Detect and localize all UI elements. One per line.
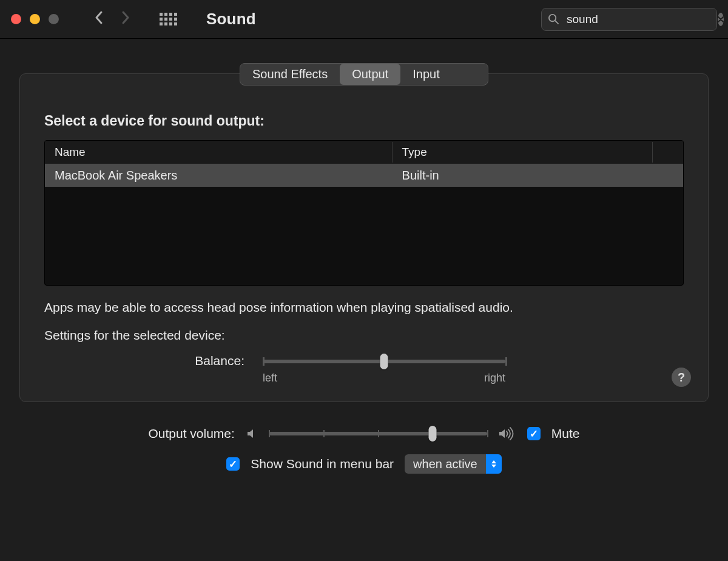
window-zoom-button[interactable] — [49, 14, 59, 24]
close-icon — [718, 16, 724, 22]
balance-row: Balance: left right — [44, 354, 684, 385]
output-device-heading: Select a device for sound output: — [44, 113, 684, 129]
tab-sound-effects[interactable]: Sound Effects — [240, 64, 340, 85]
toolbar: Sound — [0, 0, 728, 39]
output-volume-slider-thumb[interactable] — [428, 426, 436, 442]
menu-bar-mode-select[interactable]: when active — [405, 454, 502, 474]
grid-icon — [160, 13, 177, 25]
window-close-button[interactable] — [11, 14, 21, 24]
table-body: MacBook Air Speakers Built-in — [45, 164, 683, 285]
output-panel: Select a device for sound output: Name T… — [19, 73, 709, 402]
col-type[interactable]: Type — [393, 142, 653, 163]
tab-output[interactable]: Output — [340, 64, 400, 85]
col-spacer — [653, 149, 683, 156]
footer: Output volume: — [19, 426, 709, 474]
mute-checkbox[interactable] — [527, 427, 541, 440]
search-input[interactable] — [565, 12, 712, 27]
tab-input[interactable]: Input — [400, 64, 451, 85]
window-minimize-button[interactable] — [30, 14, 40, 24]
balance-right-label: right — [484, 372, 505, 385]
page-title: Sound — [206, 10, 256, 29]
svg-line-1 — [555, 21, 558, 24]
sound-tabs: Sound Effects Output Input — [240, 63, 488, 86]
window-controls — [11, 14, 59, 24]
table-header: Name Type — [45, 141, 683, 164]
balance-slider-thumb[interactable] — [380, 354, 388, 369]
balance-slider[interactable]: left right — [263, 354, 505, 385]
col-name[interactable]: Name — [45, 142, 393, 163]
stepper-arrows-icon — [486, 454, 502, 474]
mute-label: Mute — [551, 426, 580, 441]
show-all-prefs-button[interactable] — [160, 13, 177, 25]
balance-left-label: left — [263, 372, 277, 385]
nav-arrows — [94, 10, 130, 28]
output-volume-slider[interactable] — [269, 432, 487, 435]
selected-device-settings-heading: Settings for the selected device: — [44, 328, 684, 343]
device-name: MacBook Air Speakers — [45, 166, 393, 185]
svg-point-0 — [549, 15, 556, 21]
content: Sound Effects Output Input Select a devi… — [0, 39, 728, 486]
menu-bar-row: Show Sound in menu bar when active — [226, 454, 501, 474]
spatial-audio-note: Apps may be able to access head pose inf… — [44, 300, 684, 315]
menu-bar-mode-value: when active — [405, 457, 486, 471]
volume-max-icon — [498, 427, 516, 440]
search-clear-button[interactable] — [718, 13, 724, 26]
balance-label: Balance: — [44, 354, 263, 368]
help-button[interactable]: ? — [672, 368, 691, 387]
output-volume-row: Output volume: — [148, 426, 579, 441]
output-device-table: Name Type MacBook Air Speakers Built-in — [44, 140, 684, 286]
nav-back-button[interactable] — [94, 10, 104, 28]
table-row[interactable]: MacBook Air Speakers Built-in — [45, 164, 683, 187]
show-sound-menubar-label: Show Sound in menu bar — [251, 457, 394, 471]
nav-forward-button[interactable] — [121, 10, 130, 28]
volume-min-icon — [246, 428, 258, 440]
device-type: Built-in — [393, 166, 653, 185]
search-field[interactable] — [541, 8, 717, 31]
show-sound-menubar-checkbox[interactable] — [226, 457, 240, 471]
output-volume-label: Output volume: — [148, 426, 234, 441]
search-icon — [548, 13, 559, 25]
